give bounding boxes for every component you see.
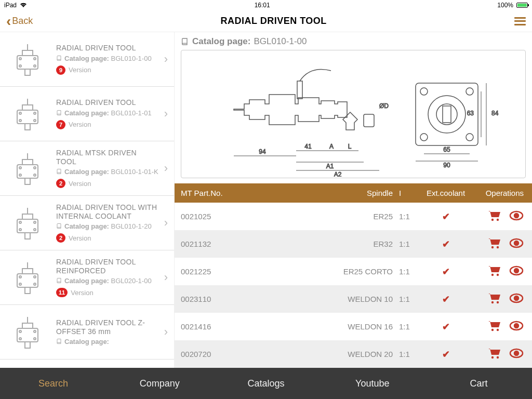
svg-point-39 [34, 283, 36, 285]
svg-point-54 [420, 88, 428, 95]
back-label: Back [12, 16, 33, 26]
tab-company[interactable]: Company [107, 378, 213, 389]
svg-text:ØD: ØD [379, 102, 389, 110]
svg-rect-19 [25, 178, 30, 184]
svg-point-5 [34, 58, 36, 60]
svg-point-30 [19, 229, 21, 231]
tab-catalogs[interactable]: Catalogs [213, 378, 320, 389]
clock: 16:01 [255, 2, 270, 9]
cell-part: 0021416 [181, 322, 337, 331]
battery-icon [516, 3, 528, 8]
sidebar-item-catalog: Catalog page: BGL010-1-01 [56, 109, 159, 117]
cell-i: 1:1 [399, 240, 425, 248]
check-icon: ✔ [442, 267, 450, 277]
cell-ext: ✔ [425, 349, 467, 360]
view-button[interactable] [509, 265, 524, 278]
parts-table: MT Part.No. Spindle I Ext.coolant Operat… [175, 183, 532, 368]
sidebar-item[interactable]: RADIAL DRIVEN TOOL Catalog page: BGL010-… [0, 87, 174, 141]
table-row: 0021416 WELDON 16 1:1 ✔ [175, 313, 532, 340]
menu-button[interactable] [514, 17, 526, 25]
sidebar-item[interactable]: RADIAL MTSK DRIVEN TOOL Catalog page: BG… [0, 141, 174, 196]
add-to-cart-button[interactable] [487, 292, 502, 305]
sidebar-item-catalog: Catalog page: [56, 338, 159, 345]
svg-point-79 [491, 219, 494, 221]
cell-i: 1:1 [399, 322, 425, 331]
svg-point-22 [19, 174, 21, 176]
sidebar-item-version: 2Version [56, 179, 159, 188]
battery-pct: 100% [497, 2, 513, 9]
svg-point-95 [491, 329, 494, 331]
cell-part: 0021025 [181, 212, 337, 221]
sidebar-item[interactable]: RADIAL DRIVEN TOOL WITH INTERNAL COOLANT… [0, 196, 174, 250]
back-button[interactable]: ‹ Back [6, 14, 33, 29]
cell-i: 1:1 [399, 212, 425, 221]
sidebar-item[interactable]: RADIAL DRIVEN TOOL Z-OFFSET 36 mm Catalo… [0, 305, 174, 360]
catalog-page-label: Catalog page: [192, 36, 250, 47]
svg-point-100 [497, 356, 499, 358]
device-label: iPad [4, 2, 17, 9]
add-to-cart-button[interactable] [487, 348, 502, 361]
add-to-cart-button[interactable] [487, 210, 502, 223]
svg-point-15 [34, 119, 36, 122]
version-badge: 11 [56, 288, 68, 297]
view-button[interactable] [509, 320, 524, 333]
svg-point-55 [466, 88, 473, 95]
svg-text:L: L [348, 143, 352, 150]
status-bar: iPad 16:01 100% [0, 0, 532, 10]
chevron-right-icon: › [164, 325, 170, 339]
svg-text:63: 63 [467, 110, 474, 117]
sidebar-item-version: 11Version [56, 288, 159, 297]
technical-diagram: 94 41 A L A1 A2 ØD 84 63 65 90 [181, 50, 526, 178]
add-to-cart-button[interactable] [487, 265, 502, 278]
cell-spindle: WELDON 20 [337, 350, 399, 358]
svg-point-91 [491, 301, 494, 303]
svg-text:90: 90 [443, 162, 450, 169]
tool-thumb-icon [4, 38, 51, 80]
svg-rect-25 [22, 214, 33, 219]
svg-point-98 [514, 324, 518, 328]
chevron-right-icon: › [164, 107, 170, 121]
svg-rect-9 [22, 105, 33, 110]
svg-rect-48 [297, 81, 302, 99]
tab-cart[interactable]: Cart [425, 378, 532, 389]
svg-point-96 [497, 329, 499, 331]
check-icon: ✔ [442, 239, 450, 249]
version-badge: 9 [56, 65, 65, 75]
chevron-right-icon: › [164, 52, 170, 66]
svg-rect-17 [22, 159, 33, 165]
cell-spindle: ER25 CORTO [337, 267, 399, 276]
view-button[interactable] [509, 348, 524, 361]
version-badge: 2 [56, 179, 65, 188]
sidebar-item[interactable]: RADIAL DRIVEN TOOL Catalog page: BGL010-… [0, 32, 174, 87]
cell-part: 0021132 [181, 240, 337, 248]
table-row: 0021025 ER25 1:1 ✔ [175, 203, 532, 230]
tab-search[interactable]: Search [0, 378, 107, 389]
cell-spindle: ER25 [337, 212, 399, 221]
view-button[interactable] [509, 292, 524, 305]
cell-part: 0021225 [181, 267, 337, 276]
cell-i: 1:1 [399, 267, 425, 276]
catalog-page-heading: Catalog page: BGL010-1-00 [175, 32, 532, 50]
col-ops: Operations [467, 189, 526, 197]
svg-point-21 [34, 167, 36, 169]
svg-point-20 [19, 167, 21, 169]
view-button[interactable] [509, 210, 524, 223]
svg-point-57 [466, 134, 473, 141]
svg-point-90 [514, 269, 518, 273]
add-to-cart-button[interactable] [487, 320, 502, 333]
sidebar-item-catalog: Catalog page: BGL010-1-01-K [56, 168, 159, 176]
svg-rect-53 [443, 106, 451, 123]
add-to-cart-button[interactable] [487, 237, 502, 250]
tab-youtube[interactable]: Youtube [319, 378, 425, 389]
tool-thumb-icon [4, 311, 51, 353]
check-icon: ✔ [442, 349, 450, 360]
svg-rect-27 [25, 233, 30, 239]
cell-spindle: WELDON 10 [337, 295, 399, 303]
sidebar-item[interactable]: RADIAL DRIVEN TOOL REINFORCED Catalog pa… [0, 250, 174, 305]
cell-ext: ✔ [425, 211, 467, 222]
view-button[interactable] [509, 237, 524, 250]
svg-point-84 [497, 246, 499, 248]
sidebar-item-name: RADIAL DRIVEN TOOL WITH INTERNAL COOLANT [56, 203, 159, 221]
svg-point-102 [514, 351, 518, 355]
svg-point-37 [34, 276, 36, 278]
